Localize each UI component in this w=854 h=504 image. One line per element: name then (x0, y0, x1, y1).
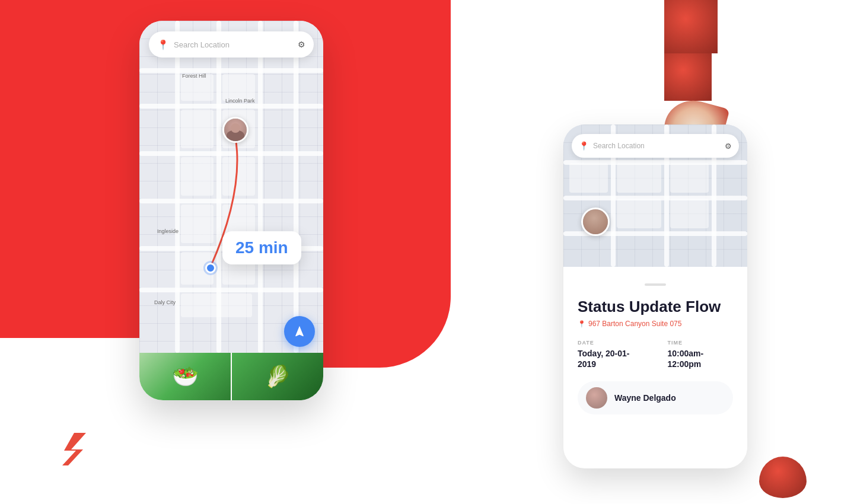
location-dot (205, 263, 216, 273)
phone2-search-bar[interactable]: 📍 Search Location ⚙ (572, 134, 739, 158)
time-label: TIME (667, 340, 733, 346)
phone2-map: 📍 Search Location ⚙ (563, 125, 747, 267)
s-logo (53, 427, 95, 468)
food-image-1 (139, 353, 231, 400)
location-icon: 📍 (157, 39, 169, 50)
person-name: Wayne Delgado (614, 393, 676, 403)
map-block (670, 163, 709, 193)
map-label-forest-hill: Forest Hill (182, 73, 206, 79)
map-block (670, 199, 709, 228)
date-value: Today, 20-01-2019 (578, 349, 629, 369)
status-title: Status Update Flow (578, 298, 733, 316)
person-avatar (586, 387, 607, 409)
location-pin-icon: 📍 (578, 320, 586, 328)
phone2-user-avatar (581, 208, 610, 236)
apple-1 (664, 0, 718, 53)
map-label-daly-city: Daly City (154, 299, 176, 305)
tomato (759, 457, 807, 498)
search-bar[interactable]: 📍 Search Location ⚙ (149, 31, 314, 58)
phone2-avatar-face (583, 209, 608, 234)
drag-handle (645, 283, 666, 286)
apples-decoration (664, 0, 854, 130)
map-block (617, 163, 661, 193)
status-card: Status Update Flow 📍 967 Barton Canyon S… (563, 267, 747, 426)
person-row[interactable]: Wayne Delgado (578, 381, 733, 414)
filter-icon: ⚙ (298, 40, 305, 49)
food-images-row (139, 353, 323, 400)
status-address: 📍 967 Barton Canyon Suite 075 (578, 320, 733, 328)
date-label: DATE (578, 340, 643, 346)
filter-icon: ⚙ (725, 142, 732, 151)
apple-2 (664, 53, 712, 101)
navigation-fab[interactable] (284, 316, 315, 347)
brand-logo-svg (53, 427, 95, 468)
status-meta: DATE Today, 20-01-2019 TIME 10:00am-12:0… (578, 340, 733, 369)
food-image-2 (231, 353, 323, 400)
phone-2: 📍 Search Location ⚙ Status Update Flow 📍… (563, 125, 747, 468)
tomato-decoration (735, 451, 807, 498)
phone1-map: Forest Hill Ingleside Daly City Lincoln … (139, 21, 323, 353)
phone-1: Forest Hill Ingleside Daly City Lincoln … (139, 21, 323, 400)
map-label-park: Lincoln Park (225, 98, 255, 104)
map-block (569, 163, 608, 193)
time-group: TIME 10:00am-12:00pm (667, 340, 733, 369)
user-avatar-pin (222, 117, 248, 143)
navigate-icon (293, 325, 306, 338)
location-icon: 📍 (579, 141, 589, 151)
date-group: DATE Today, 20-01-2019 (578, 340, 643, 369)
map-label-ingleside: Ingleside (157, 228, 179, 234)
time-value: 10:00am-12:00pm (667, 349, 703, 369)
map-block (617, 199, 661, 228)
time-badge: 25 min (222, 231, 301, 264)
